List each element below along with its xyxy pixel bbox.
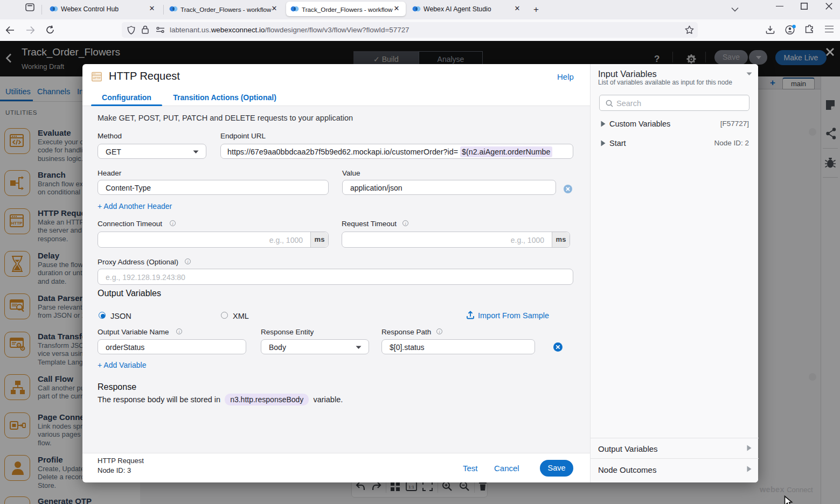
svg-text:HTTP: HTTP (93, 76, 100, 80)
